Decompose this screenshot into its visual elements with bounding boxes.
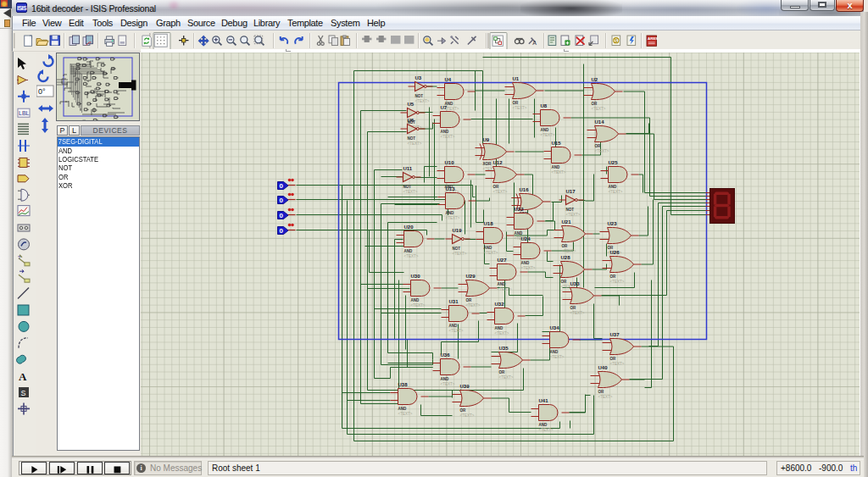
svg-text:U39: U39 [460, 384, 470, 389]
svg-text:AND: AND [441, 130, 449, 134]
svg-text:<TEXT>: <TEXT> [610, 280, 625, 284]
svg-text:NOT: NOT [453, 247, 461, 251]
svg-text:OR: OR [570, 306, 577, 310]
svg-text:AND: AND [411, 298, 420, 302]
svg-text:OR: OR [562, 244, 569, 248]
svg-text:<TEXT>: <TEXT> [415, 99, 430, 103]
svg-text:OR: OR [610, 357, 617, 361]
svg-text:<TEXT>: <TEXT> [398, 412, 413, 416]
svg-text:AND: AND [609, 185, 617, 189]
svg-text:<TEXT>: <TEXT> [550, 355, 565, 359]
svg-text:U10: U10 [445, 160, 455, 165]
svg-text:<TEXT>: <TEXT> [404, 254, 419, 258]
svg-text:<TEXT>: <TEXT> [541, 133, 555, 137]
svg-text:OR: OR [561, 280, 568, 284]
svg-text:OR: OR [595, 144, 602, 148]
svg-text:OR: OR [499, 370, 506, 374]
svg-text:NOT: NOT [415, 94, 424, 98]
svg-text:U16: U16 [520, 187, 530, 192]
svg-text:U2: U2 [592, 77, 598, 82]
svg-text:A: A [532, 40, 537, 46]
svg-text:<TEXT>: <TEXT> [411, 303, 426, 308]
svg-text:U30: U30 [411, 274, 421, 279]
svg-text:U32: U32 [495, 302, 505, 307]
svg-text:U9: U9 [483, 137, 490, 142]
svg-text:OR: OR [493, 185, 500, 189]
svg-text:U14: U14 [595, 119, 605, 125]
svg-text:AND: AND [539, 423, 548, 427]
svg-text:NOT: NOT [408, 136, 416, 141]
svg-text:<TEXT>: <TEXT> [499, 375, 514, 380]
svg-text:U13: U13 [446, 186, 456, 191]
svg-text:<TEXT>: <TEXT> [570, 311, 585, 315]
svg-text:<TEXT>: <TEXT> [498, 287, 512, 291]
svg-text:AND: AND [550, 350, 559, 354]
svg-text:AND: AND [495, 326, 504, 330]
svg-text:<TEXT>: <TEXT> [539, 428, 554, 432]
svg-text:XOR: XOR [483, 162, 492, 166]
svg-text:U34: U34 [550, 325, 560, 330]
svg-text:U31: U31 [449, 299, 459, 304]
svg-text:<TEXT>: <TEXT> [592, 107, 606, 111]
svg-text:U29: U29 [466, 274, 476, 279]
svg-text:AND: AND [449, 324, 458, 328]
svg-text:OR: OR [460, 408, 467, 413]
svg-text:<TEXT>: <TEXT> [609, 190, 623, 194]
svg-text:U27: U27 [498, 258, 508, 263]
svg-text:U24: U24 [521, 236, 531, 241]
svg-text:<TEXT>: <TEXT> [610, 362, 625, 366]
svg-text:<TEXT>: <TEXT> [495, 331, 509, 336]
svg-text:0: 0 [280, 182, 284, 190]
svg-text:NOT: NOT [403, 185, 412, 189]
svg-text:<TEXT>: <TEXT> [446, 216, 460, 220]
svg-text:U5: U5 [408, 102, 415, 107]
svg-text:AND: AND [498, 282, 506, 286]
svg-text:A: A [19, 370, 27, 383]
svg-text:<TEXT>: <TEXT> [484, 251, 498, 255]
svg-text:<TEXT>: <TEXT> [598, 395, 613, 399]
svg-text:AND: AND [446, 211, 454, 215]
svg-text:OR: OR [513, 101, 520, 105]
svg-text:0: 0 [280, 227, 284, 235]
svg-text:AND: AND [441, 377, 449, 381]
svg-text:U23: U23 [608, 221, 618, 226]
svg-text:AND: AND [541, 128, 549, 132]
svg-text:<TEXT>: <TEXT> [441, 382, 455, 386]
svg-text:U33: U33 [570, 281, 581, 286]
svg-text:U38: U38 [398, 382, 409, 387]
svg-text:$: $ [615, 37, 618, 43]
svg-text:U6: U6 [408, 118, 415, 123]
svg-text:<TEXT>: <TEXT> [566, 213, 581, 217]
svg-text:<TEXT>: <TEXT> [493, 190, 508, 194]
svg-text:U21: U21 [562, 219, 572, 225]
svg-text:U40: U40 [598, 365, 609, 370]
svg-text:OR: OR [466, 298, 473, 302]
svg-text:U7: U7 [441, 105, 448, 110]
svg-text:<TEXT>: <TEXT> [466, 303, 481, 308]
svg-text:U1: U1 [513, 76, 520, 81]
svg-text:0: 0 [280, 212, 284, 219]
svg-text:U15: U15 [552, 141, 562, 146]
svg-text:<TEXT>: <TEXT> [513, 106, 527, 110]
svg-text:0°: 0° [38, 87, 46, 96]
svg-text:<TEXT>: <TEXT> [441, 135, 455, 139]
svg-text:U41: U41 [539, 398, 549, 403]
svg-text:S: S [21, 389, 26, 397]
svg-text:<TEXT>: <TEXT> [521, 266, 536, 270]
svg-text:U26: U26 [610, 250, 620, 255]
svg-text:U35: U35 [499, 346, 509, 351]
svg-text:OR: OR [598, 390, 605, 394]
svg-text:<TEXT>: <TEXT> [552, 170, 566, 175]
svg-text:U37: U37 [610, 332, 620, 337]
svg-text:U20: U20 [404, 225, 415, 230]
svg-text:U4: U4 [445, 77, 452, 82]
svg-text:AND: AND [398, 407, 407, 411]
svg-text:<TEXT>: <TEXT> [408, 141, 422, 146]
svg-text:AND: AND [515, 231, 523, 236]
svg-text:U8: U8 [541, 103, 548, 108]
svg-text:OR: OR [610, 275, 617, 279]
svg-text:ARES: ARES [648, 36, 658, 41]
svg-text:U18: U18 [484, 221, 494, 226]
svg-text:U28: U28 [561, 255, 571, 260]
svg-text:AND: AND [404, 249, 413, 253]
